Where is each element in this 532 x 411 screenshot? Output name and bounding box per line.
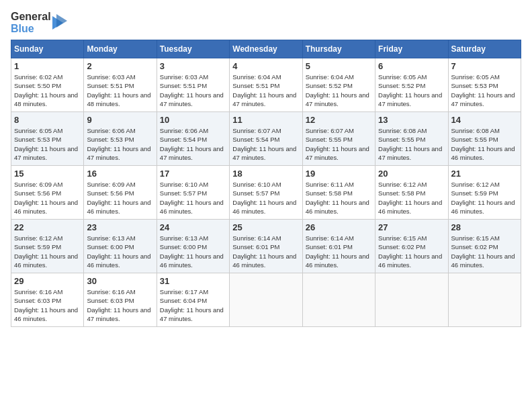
day-number: 21 <box>451 169 518 179</box>
logo: General Blue <box>11 11 67 34</box>
day-number: 12 <box>306 115 372 125</box>
weekday-header-thursday: Thursday <box>302 40 375 58</box>
calendar-cell <box>302 273 375 327</box>
calendar-cell: 22 Sunrise: 6:12 AM Sunset: 5:59 PM Dayl… <box>11 220 84 273</box>
day-info: Sunrise: 6:14 AM Sunset: 6:01 PM Dayligh… <box>232 234 296 269</box>
day-info: Sunrise: 6:17 AM Sunset: 6:04 PM Dayligh… <box>160 288 224 322</box>
week-row: 1 Sunrise: 6:02 AM Sunset: 5:50 PM Dayli… <box>11 58 521 112</box>
day-number: 29 <box>14 276 81 286</box>
calendar-cell <box>375 273 448 327</box>
day-info: Sunrise: 6:08 AM Sunset: 5:55 PM Dayligh… <box>451 127 515 161</box>
week-row: 8 Sunrise: 6:05 AM Sunset: 5:53 PM Dayli… <box>11 112 521 166</box>
page-header: General Blue <box>11 11 521 34</box>
calendar-cell: 19 Sunrise: 6:11 AM Sunset: 5:58 PM Dayl… <box>302 166 375 220</box>
week-row: 15 Sunrise: 6:09 AM Sunset: 5:56 PM Dayl… <box>11 166 521 220</box>
weekday-header-saturday: Saturday <box>448 40 521 58</box>
calendar-cell: 1 Sunrise: 6:02 AM Sunset: 5:50 PM Dayli… <box>11 58 84 112</box>
day-number: 22 <box>14 222 81 232</box>
calendar-cell: 24 Sunrise: 6:13 AM Sunset: 6:00 PM Dayl… <box>157 220 229 273</box>
day-number: 27 <box>378 222 445 232</box>
calendar-cell: 4 Sunrise: 6:04 AM Sunset: 5:51 PM Dayli… <box>230 58 302 112</box>
day-info: Sunrise: 6:13 AM Sunset: 6:00 PM Dayligh… <box>87 234 150 269</box>
day-number: 1 <box>14 61 81 71</box>
day-info: Sunrise: 6:05 AM Sunset: 5:53 PM Dayligh… <box>451 73 515 107</box>
calendar-cell: 6 Sunrise: 6:05 AM Sunset: 5:52 PM Dayli… <box>375 58 448 112</box>
day-number: 26 <box>306 222 372 232</box>
day-number: 31 <box>160 276 226 286</box>
day-number: 15 <box>14 169 81 179</box>
day-info: Sunrise: 6:15 AM Sunset: 6:02 PM Dayligh… <box>451 234 515 269</box>
calendar-cell: 18 Sunrise: 6:10 AM Sunset: 5:57 PM Dayl… <box>230 166 302 220</box>
calendar-cell: 9 Sunrise: 6:06 AM Sunset: 5:53 PM Dayli… <box>84 112 157 166</box>
calendar-cell: 13 Sunrise: 6:08 AM Sunset: 5:55 PM Dayl… <box>375 112 448 166</box>
calendar-cell: 23 Sunrise: 6:13 AM Sunset: 6:00 PM Dayl… <box>84 220 157 273</box>
day-number: 14 <box>451 115 518 125</box>
day-number: 9 <box>87 115 153 125</box>
day-info: Sunrise: 6:12 AM Sunset: 5:59 PM Dayligh… <box>14 234 78 269</box>
day-info: Sunrise: 6:08 AM Sunset: 5:55 PM Dayligh… <box>378 127 442 161</box>
logo-blue: Blue <box>11 23 51 35</box>
week-row: 29 Sunrise: 6:16 AM Sunset: 6:03 PM Dayl… <box>11 273 521 327</box>
calendar-cell: 16 Sunrise: 6:09 AM Sunset: 5:56 PM Dayl… <box>84 166 157 220</box>
calendar-cell <box>448 273 521 327</box>
day-info: Sunrise: 6:10 AM Sunset: 5:57 PM Dayligh… <box>232 181 296 215</box>
day-number: 3 <box>160 61 226 71</box>
weekday-header-friday: Friday <box>375 40 448 58</box>
day-info: Sunrise: 6:07 AM Sunset: 5:55 PM Dayligh… <box>306 127 369 161</box>
calendar-cell: 2 Sunrise: 6:03 AM Sunset: 5:51 PM Dayli… <box>84 58 157 112</box>
day-info: Sunrise: 6:05 AM Sunset: 5:53 PM Dayligh… <box>14 127 78 161</box>
day-number: 7 <box>451 61 518 71</box>
day-info: Sunrise: 6:14 AM Sunset: 6:01 PM Dayligh… <box>306 234 369 269</box>
day-info: Sunrise: 6:12 AM Sunset: 5:59 PM Dayligh… <box>451 181 515 215</box>
day-info: Sunrise: 6:04 AM Sunset: 5:52 PM Dayligh… <box>306 73 369 107</box>
calendar-cell: 11 Sunrise: 6:07 AM Sunset: 5:54 PM Dayl… <box>230 112 302 166</box>
day-number: 13 <box>378 115 445 125</box>
day-info: Sunrise: 6:04 AM Sunset: 5:51 PM Dayligh… <box>232 73 296 107</box>
day-number: 23 <box>87 222 153 232</box>
day-number: 20 <box>378 169 445 179</box>
day-info: Sunrise: 6:09 AM Sunset: 5:56 PM Dayligh… <box>87 181 150 215</box>
day-info: Sunrise: 6:05 AM Sunset: 5:52 PM Dayligh… <box>378 73 442 107</box>
day-info: Sunrise: 6:16 AM Sunset: 6:03 PM Dayligh… <box>14 288 78 322</box>
week-row: 22 Sunrise: 6:12 AM Sunset: 5:59 PM Dayl… <box>11 220 521 273</box>
day-info: Sunrise: 6:06 AM Sunset: 5:54 PM Dayligh… <box>160 127 224 161</box>
day-number: 30 <box>87 276 153 286</box>
calendar-cell <box>230 273 302 327</box>
day-number: 18 <box>232 169 299 179</box>
calendar-cell: 10 Sunrise: 6:06 AM Sunset: 5:54 PM Dayl… <box>157 112 229 166</box>
day-number: 28 <box>451 222 518 232</box>
calendar-cell: 31 Sunrise: 6:17 AM Sunset: 6:04 PM Dayl… <box>157 273 229 327</box>
day-info: Sunrise: 6:03 AM Sunset: 5:51 PM Dayligh… <box>87 73 150 107</box>
day-info: Sunrise: 6:16 AM Sunset: 6:03 PM Dayligh… <box>87 288 150 322</box>
weekday-header-wednesday: Wednesday <box>230 40 302 58</box>
calendar-cell: 8 Sunrise: 6:05 AM Sunset: 5:53 PM Dayli… <box>11 112 84 166</box>
day-number: 17 <box>160 169 226 179</box>
calendar-cell: 12 Sunrise: 6:07 AM Sunset: 5:55 PM Dayl… <box>302 112 375 166</box>
day-info: Sunrise: 6:02 AM Sunset: 5:50 PM Dayligh… <box>14 73 78 107</box>
calendar-cell: 3 Sunrise: 6:03 AM Sunset: 5:51 PM Dayli… <box>157 58 229 112</box>
calendar-cell: 20 Sunrise: 6:12 AM Sunset: 5:58 PM Dayl… <box>375 166 448 220</box>
day-number: 19 <box>306 169 372 179</box>
day-number: 11 <box>232 115 299 125</box>
day-info: Sunrise: 6:09 AM Sunset: 5:56 PM Dayligh… <box>14 181 78 215</box>
weekday-header-sunday: Sunday <box>11 40 84 58</box>
calendar-cell: 14 Sunrise: 6:08 AM Sunset: 5:55 PM Dayl… <box>448 112 521 166</box>
calendar-cell: 7 Sunrise: 6:05 AM Sunset: 5:53 PM Dayli… <box>448 58 521 112</box>
day-number: 10 <box>160 115 226 125</box>
day-info: Sunrise: 6:15 AM Sunset: 6:02 PM Dayligh… <box>378 234 442 269</box>
calendar-cell: 17 Sunrise: 6:10 AM Sunset: 5:57 PM Dayl… <box>157 166 229 220</box>
day-info: Sunrise: 6:11 AM Sunset: 5:58 PM Dayligh… <box>306 181 369 215</box>
day-number: 5 <box>306 61 372 71</box>
svg-marker-1 <box>56 14 67 28</box>
day-number: 25 <box>232 222 299 232</box>
day-number: 4 <box>232 61 299 71</box>
weekday-header-tuesday: Tuesday <box>157 40 229 58</box>
day-info: Sunrise: 6:07 AM Sunset: 5:54 PM Dayligh… <box>232 127 296 161</box>
day-number: 8 <box>14 115 81 125</box>
calendar-cell: 29 Sunrise: 6:16 AM Sunset: 6:03 PM Dayl… <box>11 273 84 327</box>
day-number: 2 <box>87 61 153 71</box>
weekday-header-monday: Monday <box>84 40 157 58</box>
day-number: 16 <box>87 169 153 179</box>
weekday-header-row: SundayMondayTuesdayWednesdayThursdayFrid… <box>11 40 521 58</box>
calendar-cell: 25 Sunrise: 6:14 AM Sunset: 6:01 PM Dayl… <box>230 220 302 273</box>
